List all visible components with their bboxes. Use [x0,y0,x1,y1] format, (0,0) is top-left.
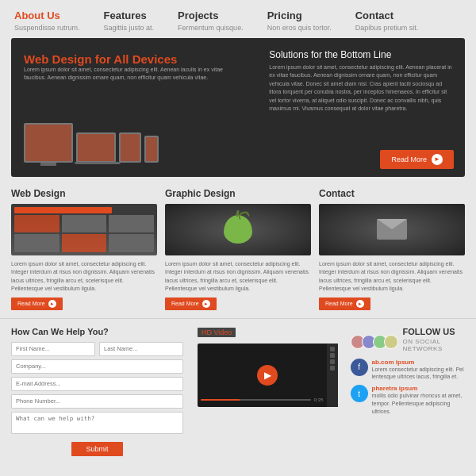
form-email-row [11,377,183,391]
main-nav: About Us Suspendisse rutrum. Features Sa… [0,0,476,38]
card-readmore-button[interactable]: Read More ► [11,298,63,310]
card-body-text: Lorem ipsum dolor sit amet, consectetur … [165,260,311,294]
video-label: HD Video [198,328,236,337]
video-player: ▶ 0:35 🔊 [198,344,338,407]
card-readmore-button[interactable]: Read More ► [319,298,370,310]
envelope-icon [377,219,407,240]
device-phone-icon [144,136,159,163]
card-title: Web Design [11,188,157,199]
hero-lorem-text: Lorem ipsum dolor sit amet, consectetur … [24,66,245,83]
nav-sub-pricing: Non eros quis tortor. [267,24,332,32]
submit-button[interactable]: Submit [71,442,122,456]
card-image [11,204,157,255]
follow-sub-title: ON SOCIAL NETWORKS [403,338,465,352]
video-sidebar [327,344,338,407]
hero-devices [24,123,245,163]
contact-form: How Can We Help You? Submit [11,327,191,456]
company-field[interactable] [11,359,183,374]
readmore-arrow-icon: ► [48,300,56,308]
nav-title-features: Features [104,10,155,22]
nav-title-about: About Us [14,10,80,22]
nav-item-projects[interactable]: Projects Fermentum quisque. [178,10,244,32]
card-body-text: Lorem ipsum dolor sit amet, consectetur … [11,260,157,294]
card-web-design: Web Design Lorem ipsum dolor sit amet, c… [11,188,157,310]
read-more-button[interactable]: Read More ► [380,150,454,169]
card-image [165,204,311,255]
facebook-item: f ab.com ipsum Lorem consectetur adipisc… [351,359,465,382]
last-name-field[interactable] [99,342,183,356]
read-more-arrow-icon: ► [432,154,443,165]
social-avatars [351,335,398,349]
nav-title-contact: Contact [355,10,419,22]
form-title: How Can We Help You? [11,327,183,336]
hero-webdesign-text: Web Design for [24,52,113,66]
social-section: FOLLOW US ON SOCIAL NETWORKS f ab.com ip… [344,327,465,456]
nav-sub-features: Sagittis justo at. [104,24,155,32]
hero-highlight: All Devices [113,52,177,66]
phone-field[interactable] [11,394,183,409]
facebook-icon: f [351,359,368,376]
card-graphic-design: Graphic Design Lorem ipsum dolor sit ame… [165,188,311,310]
facebook-username: ab.com ipsum [372,359,465,366]
message-field[interactable] [11,412,183,434]
video-progress-bar[interactable] [201,399,311,401]
hero-headline: Web Design for All Devices [24,52,245,66]
readmore-arrow-icon: ► [356,300,364,308]
device-tablet-icon [119,132,141,163]
nav-item-about[interactable]: About Us Suspendisse rutrum. [14,10,80,32]
twitter-username: pharetra ipsum [372,385,465,392]
nav-sub-about: Suspendisse rutrum. [14,24,80,32]
video-play-button[interactable]: ▶ [257,365,278,386]
readmore-arrow-icon: ► [202,300,210,308]
device-monitor-icon [24,123,73,163]
nav-item-features[interactable]: Features Sagittis justo at. [104,10,155,32]
card-image [319,204,465,255]
nav-item-pricing[interactable]: Pricing Non eros quis tortor. [267,10,332,32]
card-readmore-button[interactable]: Read More ► [165,298,217,310]
nav-title-projects: Projects [178,10,244,22]
first-name-field[interactable] [11,342,95,356]
card-title: Graphic Design [165,188,311,199]
form-company-row [11,359,183,374]
follow-us-title: FOLLOW US [403,327,465,336]
form-phone-row [11,394,183,409]
hero-solutions-title: Solutions for the Bottom Line [269,49,454,60]
nav-title-pricing: Pricing [267,10,332,22]
card-title: Contact [319,188,465,199]
facebook-post-text: Lorem consectetur adipiscing elit. Pel l… [372,366,465,382]
hero-solutions-body: Lorem ipsum dolor sit amet, consectetur … [269,63,454,113]
twitter-post-text: mollis odio pulvinar rhoncus at amet, te… [372,392,465,415]
twitter-icon: t [351,385,368,402]
nav-sub-projects: Fermentum quisque. [178,24,244,32]
nav-item-contact[interactable]: Contact Dapibus pretium sit. [355,10,419,32]
nav-sub-contact: Dapibus pretium sit. [355,24,419,32]
card-contact: Contact Lorem ipsum dolor sit amet, cons… [319,188,465,310]
video-controls: 0:35 🔊 [201,397,335,404]
video-time: 0:35 [314,397,324,402]
card-body-text: Lorem ipsum dolor sit amet, consectetur … [319,260,465,294]
video-section: HD Video ▶ 0:35 🔊 [191,327,344,456]
bottom-section: How Can We Help You? Submit HD Video ▶ 0… [0,318,476,456]
avatar [384,335,398,349]
email-field[interactable] [11,377,183,391]
device-laptop-icon [76,132,116,163]
hero-section: Web Design for All Devices Lorem ipsum d… [0,38,476,177]
apple-icon [224,215,252,244]
form-name-row [11,342,183,356]
cards-section: Web Design Lorem ipsum dolor sit amet, c… [0,177,476,315]
twitter-item: t pharetra ipsum mollis odio pulvinar rh… [351,385,465,415]
